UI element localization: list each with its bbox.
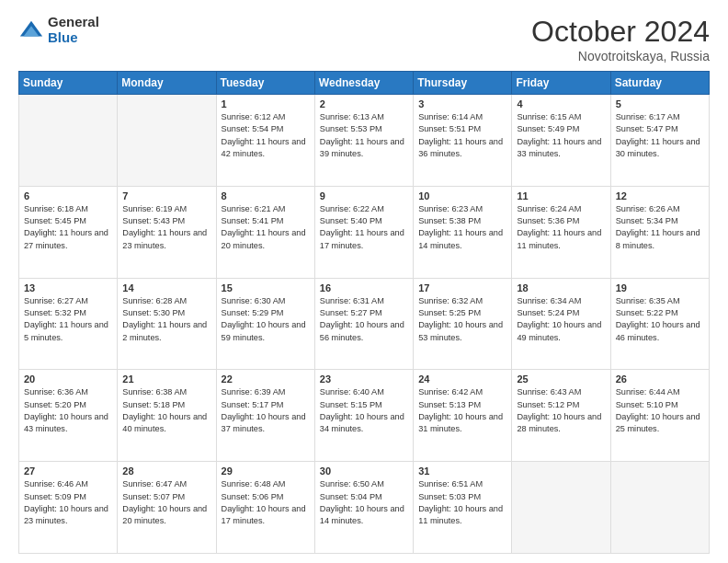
- day-number: 20: [24, 373, 112, 385]
- calendar-week-4: 20Sunrise: 6:36 AMSunset: 5:20 PMDayligh…: [19, 370, 710, 462]
- day-number: 2: [320, 98, 408, 109]
- day-info: Sunrise: 6:43 AMSunset: 5:12 PMDaylight:…: [517, 386, 605, 435]
- day-info: Sunrise: 6:48 AMSunset: 5:06 PMDaylight:…: [222, 478, 310, 527]
- day-number: 10: [418, 190, 506, 201]
- calendar-cell: 21Sunrise: 6:38 AMSunset: 5:18 PMDayligh…: [118, 370, 216, 462]
- weekday-header-tuesday: Tuesday: [216, 72, 314, 95]
- day-info: Sunrise: 6:46 AMSunset: 5:09 PMDaylight:…: [24, 478, 112, 527]
- weekday-header-saturday: Saturday: [610, 72, 709, 95]
- day-number: 22: [222, 373, 310, 385]
- day-info: Sunrise: 6:24 AMSunset: 5:36 PMDaylight:…: [517, 203, 605, 252]
- weekday-header-sunday: Sunday: [19, 72, 118, 95]
- day-number: 28: [122, 465, 210, 477]
- day-info: Sunrise: 6:39 AMSunset: 5:17 PMDaylight:…: [222, 386, 310, 435]
- calendar-cell: 6Sunrise: 6:18 AMSunset: 5:45 PMDaylight…: [19, 186, 118, 278]
- day-number: 16: [320, 282, 408, 293]
- day-number: 23: [320, 373, 408, 385]
- logo-blue-text: Blue: [48, 30, 99, 46]
- day-info: Sunrise: 6:14 AMSunset: 5:51 PMDaylight:…: [418, 111, 506, 160]
- day-number: 9: [320, 190, 408, 201]
- day-info: Sunrise: 6:17 AMSunset: 5:47 PMDaylight:…: [616, 111, 704, 160]
- day-info: Sunrise: 6:27 AMSunset: 5:32 PMDaylight:…: [24, 295, 112, 344]
- day-number: 6: [24, 190, 112, 201]
- calendar-cell: 30Sunrise: 6:50 AMSunset: 5:04 PMDayligh…: [314, 462, 413, 554]
- day-info: Sunrise: 6:35 AMSunset: 5:22 PMDaylight:…: [616, 295, 704, 344]
- calendar-cell: [512, 462, 610, 554]
- logo-general-text: General: [48, 15, 99, 30]
- logo-icon: [18, 17, 44, 43]
- day-info: Sunrise: 6:36 AMSunset: 5:20 PMDaylight:…: [24, 386, 112, 435]
- calendar-cell: 14Sunrise: 6:28 AMSunset: 5:30 PMDayligh…: [118, 278, 216, 370]
- day-info: Sunrise: 6:44 AMSunset: 5:10 PMDaylight:…: [616, 386, 704, 435]
- calendar-cell: 24Sunrise: 6:42 AMSunset: 5:13 PMDayligh…: [414, 370, 512, 462]
- calendar-cell: 22Sunrise: 6:39 AMSunset: 5:17 PMDayligh…: [216, 370, 314, 462]
- day-number: 21: [122, 373, 210, 385]
- logo-text: General Blue: [48, 15, 99, 45]
- day-number: 25: [517, 373, 605, 385]
- day-info: Sunrise: 6:15 AMSunset: 5:49 PMDaylight:…: [517, 111, 605, 160]
- calendar-week-2: 6Sunrise: 6:18 AMSunset: 5:45 PMDaylight…: [19, 186, 710, 278]
- calendar-cell: 8Sunrise: 6:21 AMSunset: 5:41 PMDaylight…: [216, 186, 314, 278]
- month-title: October 2024: [531, 15, 710, 49]
- calendar-cell: 16Sunrise: 6:31 AMSunset: 5:27 PMDayligh…: [314, 278, 413, 370]
- day-number: 24: [418, 373, 506, 385]
- calendar-week-1: 1Sunrise: 6:12 AMSunset: 5:54 PMDaylight…: [19, 95, 710, 187]
- header: General Blue October 2024 Novotroitskaya…: [18, 15, 710, 63]
- calendar-cell: 28Sunrise: 6:47 AMSunset: 5:07 PMDayligh…: [118, 462, 216, 554]
- calendar-cell: 10Sunrise: 6:23 AMSunset: 5:38 PMDayligh…: [414, 186, 512, 278]
- calendar-cell: 23Sunrise: 6:40 AMSunset: 5:15 PMDayligh…: [314, 370, 413, 462]
- calendar-cell: 20Sunrise: 6:36 AMSunset: 5:20 PMDayligh…: [19, 370, 118, 462]
- weekday-header-row: SundayMondayTuesdayWednesdayThursdayFrid…: [19, 72, 710, 95]
- day-number: 5: [616, 98, 704, 109]
- calendar-cell: 5Sunrise: 6:17 AMSunset: 5:47 PMDaylight…: [610, 95, 709, 187]
- day-info: Sunrise: 6:19 AMSunset: 5:43 PMDaylight:…: [122, 203, 210, 252]
- day-info: Sunrise: 6:26 AMSunset: 5:34 PMDaylight:…: [616, 203, 704, 252]
- day-info: Sunrise: 6:28 AMSunset: 5:30 PMDaylight:…: [122, 295, 210, 344]
- weekday-header-thursday: Thursday: [414, 72, 512, 95]
- calendar-cell: 4Sunrise: 6:15 AMSunset: 5:49 PMDaylight…: [512, 95, 610, 187]
- calendar-cell: 31Sunrise: 6:51 AMSunset: 5:03 PMDayligh…: [414, 462, 512, 554]
- day-number: 30: [320, 465, 408, 477]
- day-number: 31: [418, 465, 506, 477]
- calendar-cell: 7Sunrise: 6:19 AMSunset: 5:43 PMDaylight…: [118, 186, 216, 278]
- calendar-cell: [610, 462, 709, 554]
- day-number: 13: [24, 282, 112, 293]
- logo: General Blue: [18, 15, 99, 45]
- day-info: Sunrise: 6:38 AMSunset: 5:18 PMDaylight:…: [122, 386, 210, 435]
- day-info: Sunrise: 6:34 AMSunset: 5:24 PMDaylight:…: [517, 295, 605, 344]
- calendar-cell: 2Sunrise: 6:13 AMSunset: 5:53 PMDaylight…: [314, 95, 413, 187]
- day-info: Sunrise: 6:47 AMSunset: 5:07 PMDaylight:…: [122, 478, 210, 527]
- day-number: 26: [616, 373, 704, 385]
- day-info: Sunrise: 6:51 AMSunset: 5:03 PMDaylight:…: [418, 478, 506, 527]
- calendar-cell: 26Sunrise: 6:44 AMSunset: 5:10 PMDayligh…: [610, 370, 709, 462]
- day-info: Sunrise: 6:50 AMSunset: 5:04 PMDaylight:…: [320, 478, 408, 527]
- day-number: 7: [122, 190, 210, 201]
- day-number: 17: [418, 282, 506, 293]
- calendar-cell: 3Sunrise: 6:14 AMSunset: 5:51 PMDaylight…: [414, 95, 512, 187]
- day-info: Sunrise: 6:12 AMSunset: 5:54 PMDaylight:…: [222, 111, 310, 160]
- day-number: 3: [418, 98, 506, 109]
- calendar-cell: 25Sunrise: 6:43 AMSunset: 5:12 PMDayligh…: [512, 370, 610, 462]
- day-info: Sunrise: 6:18 AMSunset: 5:45 PMDaylight:…: [24, 203, 112, 252]
- calendar-cell: 13Sunrise: 6:27 AMSunset: 5:32 PMDayligh…: [19, 278, 118, 370]
- day-number: 11: [517, 190, 605, 201]
- day-number: 18: [517, 282, 605, 293]
- calendar-week-5: 27Sunrise: 6:46 AMSunset: 5:09 PMDayligh…: [19, 462, 710, 554]
- day-number: 27: [24, 465, 112, 477]
- day-info: Sunrise: 6:31 AMSunset: 5:27 PMDaylight:…: [320, 295, 408, 344]
- day-info: Sunrise: 6:13 AMSunset: 5:53 PMDaylight:…: [320, 111, 408, 160]
- calendar-cell: 17Sunrise: 6:32 AMSunset: 5:25 PMDayligh…: [414, 278, 512, 370]
- weekday-header-monday: Monday: [118, 72, 216, 95]
- day-number: 14: [122, 282, 210, 293]
- day-info: Sunrise: 6:22 AMSunset: 5:40 PMDaylight:…: [320, 203, 408, 252]
- day-number: 4: [517, 98, 605, 109]
- weekday-header-wednesday: Wednesday: [314, 72, 413, 95]
- calendar-cell: 11Sunrise: 6:24 AMSunset: 5:36 PMDayligh…: [512, 186, 610, 278]
- day-info: Sunrise: 6:40 AMSunset: 5:15 PMDaylight:…: [320, 386, 408, 435]
- day-info: Sunrise: 6:30 AMSunset: 5:29 PMDaylight:…: [222, 295, 310, 344]
- day-info: Sunrise: 6:21 AMSunset: 5:41 PMDaylight:…: [222, 203, 310, 252]
- day-info: Sunrise: 6:32 AMSunset: 5:25 PMDaylight:…: [418, 295, 506, 344]
- location: Novotroitskaya, Russia: [531, 49, 710, 63]
- page: General Blue October 2024 Novotroitskaya…: [0, 0, 728, 563]
- day-number: 8: [222, 190, 310, 201]
